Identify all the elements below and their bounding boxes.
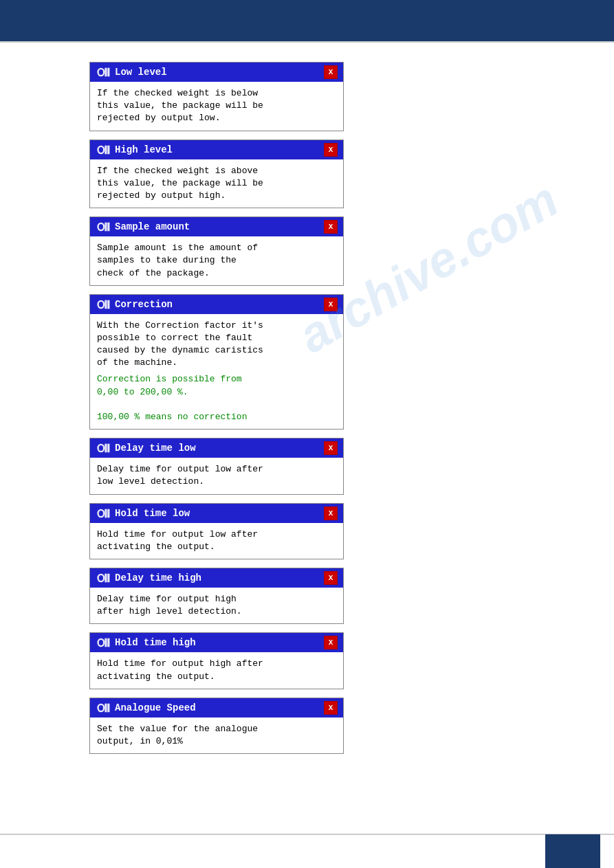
card-close-button-hold-time-low[interactable]: X xyxy=(324,507,338,520)
card-header-sample-amount: Sample amountX xyxy=(90,217,343,236)
card-close-button-low-level[interactable]: X xyxy=(324,65,338,79)
card-body-analogue-speed: Set the value for the analogueoutput, in… xyxy=(90,717,343,753)
card-analogue-speed: Analogue SpeedXSet the value for the ana… xyxy=(89,698,344,754)
card-body-correction: With the Correction factor it'spossible … xyxy=(90,314,343,430)
card-header-correction: CorrectionX xyxy=(90,295,343,314)
svg-rect-23 xyxy=(105,444,107,453)
card-close-button-hold-time-high[interactable]: X xyxy=(324,636,338,649)
card-close-button-correction[interactable]: X xyxy=(324,298,338,311)
card-header-left-correction: Correction xyxy=(96,298,173,311)
svg-point-37 xyxy=(99,640,103,645)
card-header-analogue-speed: Analogue SpeedX xyxy=(90,698,343,717)
card-header-hold-time-low: Hold time lowX xyxy=(90,504,343,523)
header-logo-block xyxy=(14,0,165,41)
svg-rect-18 xyxy=(105,300,107,309)
svg-point-42 xyxy=(99,705,103,711)
card-body-delay-time-high: Delay time for output highafter high lev… xyxy=(90,588,343,623)
card-header-left-delay-time-low: Delay time low xyxy=(96,442,196,454)
penko-logo-icon xyxy=(96,66,111,78)
penko-logo-icon xyxy=(96,572,111,584)
penko-logo-icon xyxy=(96,442,111,454)
card-header-left-hold-time-low: Hold time low xyxy=(96,507,190,520)
card-header-left-low-level: Low level xyxy=(96,66,167,78)
svg-rect-34 xyxy=(107,574,109,583)
svg-rect-3 xyxy=(105,68,107,77)
svg-rect-13 xyxy=(105,223,107,232)
svg-point-32 xyxy=(99,575,103,581)
svg-rect-28 xyxy=(105,509,107,518)
svg-point-2 xyxy=(99,69,103,75)
card-title-delay-time-high: Delay time high xyxy=(115,572,201,583)
svg-point-27 xyxy=(99,511,103,516)
card-body-high-level: If the checked weight is abovethis value… xyxy=(90,159,343,208)
svg-rect-14 xyxy=(107,223,109,232)
card-high-level: High levelXIf the checked weight is abov… xyxy=(89,140,344,209)
card-close-button-delay-time-high[interactable]: X xyxy=(324,571,338,585)
card-header-left-analogue-speed: Analogue Speed xyxy=(96,702,196,714)
svg-rect-29 xyxy=(107,509,109,518)
main-content: Low levelXIf the checked weight is below… xyxy=(0,41,614,783)
card-title-delay-time-low: Delay time low xyxy=(115,443,196,454)
penko-logo-icon xyxy=(96,298,111,311)
card-header-hold-time-high: Hold time highX xyxy=(90,633,343,652)
card-title-correction: Correction xyxy=(115,299,173,310)
card-correction: CorrectionXWith the Correction factor it… xyxy=(89,294,344,430)
header xyxy=(0,0,614,41)
card-title-hold-time-high: Hold time high xyxy=(115,637,196,648)
card-low-level: Low levelXIf the checked weight is below… xyxy=(89,62,344,131)
card-title-analogue-speed: Analogue Speed xyxy=(115,702,196,713)
svg-point-7 xyxy=(99,147,103,153)
footer-block xyxy=(545,834,600,868)
penko-logo-icon xyxy=(96,636,111,649)
card-body-low-level: If the checked weight is belowthis value… xyxy=(90,82,343,131)
svg-point-22 xyxy=(99,445,103,451)
svg-rect-8 xyxy=(105,145,107,154)
footer xyxy=(0,834,614,868)
card-header-left-high-level: High level xyxy=(96,144,173,156)
card-body-hold-time-low: Hold time for output low afteractivating… xyxy=(90,523,343,559)
card-body-sample-amount: Sample amount is the amount ofsamples to… xyxy=(90,236,343,285)
card-close-button-analogue-speed[interactable]: X xyxy=(324,701,338,715)
penko-logo-icon xyxy=(96,144,111,156)
svg-rect-43 xyxy=(105,703,107,712)
card-body-hold-time-high: Hold time for output high afteractivatin… xyxy=(90,652,343,688)
card-body-green-correction: Correction is possible from0,00 to 200,0… xyxy=(97,373,336,423)
penko-logo-icon xyxy=(96,221,111,233)
card-title-sample-amount: Sample amount xyxy=(115,221,190,232)
card-delay-time-high: Delay time highXDelay time for output hi… xyxy=(89,568,344,624)
svg-rect-24 xyxy=(107,444,109,453)
card-header-left-hold-time-high: Hold time high xyxy=(96,636,196,649)
card-title-low-level: Low level xyxy=(115,67,167,78)
svg-rect-38 xyxy=(105,638,107,647)
card-title-high-level: High level xyxy=(115,144,173,155)
svg-point-17 xyxy=(99,302,103,307)
card-header-delay-time-low: Delay time lowX xyxy=(90,438,343,458)
card-header-delay-time-high: Delay time highX xyxy=(90,568,343,588)
card-header-left-delay-time-high: Delay time high xyxy=(96,572,201,584)
svg-rect-19 xyxy=(107,300,109,309)
svg-rect-4 xyxy=(107,68,109,77)
card-header-high-level: High levelX xyxy=(90,140,343,159)
svg-point-12 xyxy=(99,224,103,230)
card-hold-time-high: Hold time highXHold time for output high… xyxy=(89,632,344,689)
svg-rect-9 xyxy=(107,145,109,154)
card-close-button-delay-time-low[interactable]: X xyxy=(324,441,338,455)
card-close-button-sample-amount[interactable]: X xyxy=(324,220,338,234)
svg-rect-39 xyxy=(107,638,109,647)
card-header-left-sample-amount: Sample amount xyxy=(96,221,190,233)
penko-logo-icon xyxy=(96,507,111,520)
svg-rect-44 xyxy=(107,703,109,712)
card-hold-time-low: Hold time lowXHold time for output low a… xyxy=(89,503,344,559)
card-delay-time-low: Delay time lowXDelay time for output low… xyxy=(89,438,344,494)
card-header-low-level: Low levelX xyxy=(90,63,343,82)
card-body-delay-time-low: Delay time for output low afterlow level… xyxy=(90,458,343,493)
card-close-button-high-level[interactable]: X xyxy=(324,143,338,157)
svg-rect-33 xyxy=(105,574,107,583)
card-sample-amount: Sample amountXSample amount is the amoun… xyxy=(89,216,344,286)
penko-logo-icon xyxy=(96,702,111,714)
card-title-hold-time-low: Hold time low xyxy=(115,508,190,519)
